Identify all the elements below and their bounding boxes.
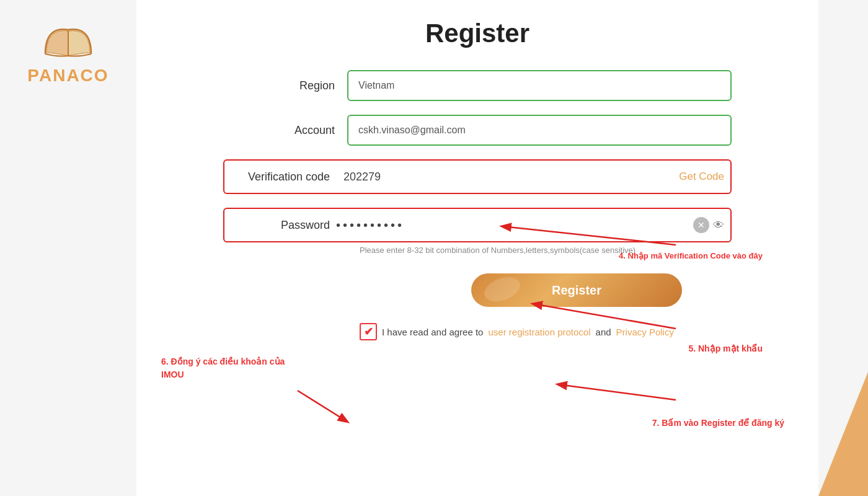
- page-wrapper: PANACO Register Region Account Verificat…: [0, 0, 868, 496]
- main-content: Register Region Account Verification cod…: [136, 0, 818, 496]
- logo-icon: [40, 19, 96, 62]
- region-row: Region: [223, 70, 732, 101]
- logo-text: PANACO: [27, 66, 108, 86]
- password-section: Password ✕ 👁 Please enter 8-32 bit combi…: [223, 208, 732, 255]
- get-code-button[interactable]: Get Code: [679, 170, 724, 183]
- logo-area: PANACO: [27, 19, 108, 86]
- region-input[interactable]: [347, 70, 732, 101]
- verification-row: Verification code Get Code: [223, 159, 732, 194]
- registration-protocol-link[interactable]: user registration protocol: [488, 327, 590, 337]
- annotation-step7: 7. Bấm vào Register để đăng ký: [652, 418, 784, 428]
- right-sidebar: [818, 0, 868, 496]
- annotation-step6: 6. Đồng ý các điều khoản của IMOU: [161, 355, 285, 381]
- annotation-step5: 5. Nhập mật khẩu: [688, 343, 763, 353]
- clear-password-icon[interactable]: ✕: [693, 217, 709, 233]
- triangle-decoration: [818, 372, 868, 496]
- password-row: Password ✕ 👁: [223, 208, 732, 242]
- account-label: Account: [223, 124, 335, 137]
- region-label: Region: [223, 79, 335, 92]
- verification-label: Verification code: [231, 170, 330, 184]
- page-title: Register: [425, 19, 529, 48]
- password-input[interactable]: [336, 211, 687, 239]
- checkbox-and: and: [596, 327, 611, 337]
- register-button[interactable]: Register: [471, 273, 682, 307]
- password-hint: Please enter 8-32 bit combination of Num…: [347, 246, 732, 255]
- password-icons: ✕ 👁: [693, 217, 724, 233]
- checkbox-row: ✔ I have read and agree to user registra…: [347, 323, 732, 340]
- form-container: Region Account Verification code Get Cod…: [223, 70, 732, 340]
- password-label: Password: [231, 219, 330, 232]
- toggle-password-icon[interactable]: 👁: [713, 219, 724, 232]
- checkbox-text: I have read and agree to: [382, 327, 483, 337]
- privacy-policy-link[interactable]: Privacy Policy: [616, 327, 674, 337]
- svg-line-4: [558, 384, 676, 400]
- account-row: Account: [223, 115, 732, 146]
- verification-input[interactable]: [336, 163, 460, 190]
- svg-line-3: [298, 391, 347, 422]
- terms-checkbox[interactable]: ✔: [360, 323, 377, 340]
- register-btn-wrapper: Register: [223, 268, 732, 307]
- checkmark-icon: ✔: [364, 325, 373, 339]
- account-input[interactable]: [347, 115, 732, 146]
- left-sidebar: PANACO: [0, 0, 136, 496]
